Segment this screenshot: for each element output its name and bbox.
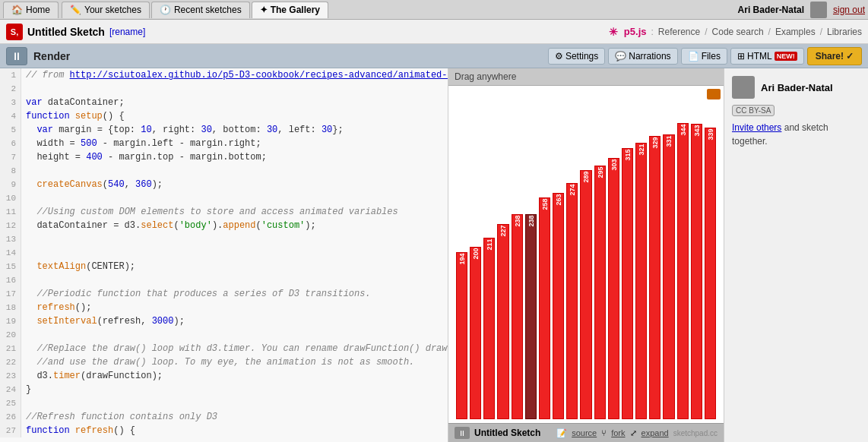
bar-fill: 295 — [594, 166, 606, 419]
nav-your-sketches[interactable]: ✏️ Your sketches — [62, 2, 150, 18]
bar-fill: 339 — [705, 128, 716, 419]
bar-item: 339 — [705, 128, 716, 419]
bar-value-label: 315 — [623, 150, 631, 160]
title-right: ✳ p5.js : Reference / Code search / Exam… — [609, 26, 862, 38]
bar-fill: 303 — [608, 158, 619, 419]
bar-fill: 263 — [553, 193, 564, 419]
code-line-13: 13 — [0, 232, 448, 246]
gallery-label: The Gallery — [271, 5, 320, 15]
bar-fill: 238 — [512, 214, 523, 419]
invite-link[interactable]: Invite others — [732, 122, 781, 133]
expand-link[interactable]: expand — [641, 428, 669, 437]
settings-label: Settings — [565, 51, 598, 62]
narrations-label: Narrations — [629, 51, 670, 62]
star-icon: ✦ — [260, 5, 268, 15]
code-line-4: 4 function setup() { — [0, 109, 448, 123]
fork-link[interactable]: fork — [611, 428, 625, 437]
html-button[interactable]: ⊞ HTML NEW! — [730, 48, 804, 65]
bar-fill: 344 — [677, 123, 689, 419]
source-link[interactable]: source — [572, 428, 597, 437]
sign-out-link[interactable]: sign out — [833, 5, 865, 15]
code-search-link[interactable]: Code search — [712, 27, 764, 37]
right-area: Drag anywhere 19420021122723823825826327… — [448, 68, 868, 442]
code-line-9: 9 createCanvas(540, 360); — [0, 178, 448, 191]
bar-value-label: 238 — [513, 216, 521, 226]
bar-item: 321 — [635, 143, 647, 419]
home-icon: 🏠 — [11, 5, 23, 15]
bar-value-label: 274 — [569, 185, 576, 195]
sep4: / — [820, 27, 822, 37]
bar-fill: 343 — [691, 124, 702, 419]
bar-fill: 227 — [497, 224, 508, 419]
fork-icon: ⑂ — [601, 428, 607, 437]
bar-value-label: 303 — [610, 160, 617, 170]
drag-label: Drag anywhere — [455, 71, 516, 82]
code-line-14: 14 — [0, 246, 448, 260]
footer-left: ⏸ Untitled Sketch — [455, 427, 540, 439]
code-line-1: 1 // from http://sciutoalex.github.io/p5… — [0, 68, 448, 82]
bar-value-label: 194 — [458, 254, 466, 264]
bar-value-label: 329 — [651, 138, 659, 148]
bar-item: 303 — [608, 158, 619, 419]
pause-button[interactable]: ⏸ — [6, 47, 27, 65]
files-button[interactable]: 📄 Files — [681, 48, 727, 65]
bar-value-label: 263 — [555, 195, 562, 205]
bar-value-label: 200 — [472, 249, 480, 259]
bar-chart: 1942002112272382382582632742892953033153… — [448, 86, 724, 423]
code-line-5: 5 var margin = {top: 10, right: 30, bott… — [0, 123, 448, 137]
code-line-27: 27 function refresh() { — [0, 424, 448, 437]
reference-link[interactable]: Reference — [658, 27, 700, 37]
bar-value-label: 331 — [665, 137, 673, 147]
bar-value-label: 258 — [541, 200, 549, 210]
sketchpad-logo: sketchpad.cc — [673, 429, 718, 437]
settings-button[interactable]: ⚙ Settings — [548, 48, 605, 65]
toolbar-buttons: ⚙ Settings 💬 Narrations 📄 Files ⊞ HTML N… — [548, 47, 862, 65]
bar-fill: 258 — [539, 197, 550, 419]
share-button[interactable]: Share! ✓ — [807, 47, 862, 65]
html-label: HTML — [747, 51, 772, 62]
nav-gallery[interactable]: ✦ The Gallery — [252, 2, 328, 18]
narrations-button[interactable]: 💬 Narrations — [608, 48, 677, 65]
bar-item: 200 — [470, 247, 481, 419]
code-lines: 1 // from http://sciutoalex.github.io/p5… — [0, 68, 448, 437]
source-icon: 📝 — [556, 428, 567, 438]
preview-header[interactable]: Drag anywhere — [448, 68, 724, 86]
preview-pause-button[interactable]: ⏸ — [455, 427, 470, 439]
code-link[interactable]: http://sciutoalex.github.io/p5-D3-cookbo… — [70, 70, 448, 81]
bar-fill: 211 — [483, 238, 495, 419]
preview-sketch-name: Untitled Sketch — [474, 428, 540, 438]
code-editor[interactable]: 1 // from http://sciutoalex.github.io/p5… — [0, 68, 448, 442]
bar-item: 238 — [525, 214, 537, 419]
bar-item: 211 — [483, 238, 495, 419]
new-badge: NEW! — [775, 52, 797, 61]
code-line-8: 8 — [0, 164, 448, 178]
recent-sketches-label: Recent sketches — [174, 5, 242, 15]
code-line-11: 11 //Using custom DOM elements to store … — [0, 205, 448, 219]
sidebar-avatar — [732, 76, 755, 99]
home-label: Home — [26, 5, 50, 15]
sep1: : — [651, 27, 653, 37]
code-line-7: 7 height = 400 - margin.top - margin.bot… — [0, 150, 448, 164]
examples-link[interactable]: Examples — [775, 27, 816, 37]
bar-fill: 329 — [649, 136, 661, 419]
preview-footer: ⏸ Untitled Sketch 📝 source ⑂ fork ⤢ expa… — [448, 423, 724, 442]
html-icon: ⊞ — [737, 51, 745, 62]
nav-recent-sketches[interactable]: 🕐 Recent sketches — [151, 2, 250, 18]
nav-right-area: Ari Bader-Natal sign out — [738, 2, 865, 18]
bar-item: 295 — [594, 166, 606, 419]
preview-panel: Drag anywhere 19420021122723823825826327… — [448, 68, 724, 442]
code-line-19: 19 setInterval(refresh, 3000); — [0, 314, 448, 328]
bar-fill: 238 — [525, 214, 537, 419]
bar-value-label: 344 — [679, 125, 686, 135]
bar-item: 315 — [622, 148, 633, 419]
nav-home[interactable]: 🏠 Home — [3, 2, 59, 18]
rename-link[interactable]: [rename] — [109, 27, 145, 37]
expand-icon: ⤢ — [630, 428, 637, 438]
code-line-17: 17 //Periodic function that produces a s… — [0, 287, 448, 301]
libraries-link[interactable]: Libraries — [827, 27, 862, 37]
sidebar-username: Ari Bader-Natal — [761, 82, 833, 93]
checkmark-icon: ✓ — [846, 51, 854, 62]
code-line-10: 10 — [0, 191, 448, 205]
code-line-16: 16 — [0, 273, 448, 287]
files-icon: 📄 — [688, 51, 699, 62]
